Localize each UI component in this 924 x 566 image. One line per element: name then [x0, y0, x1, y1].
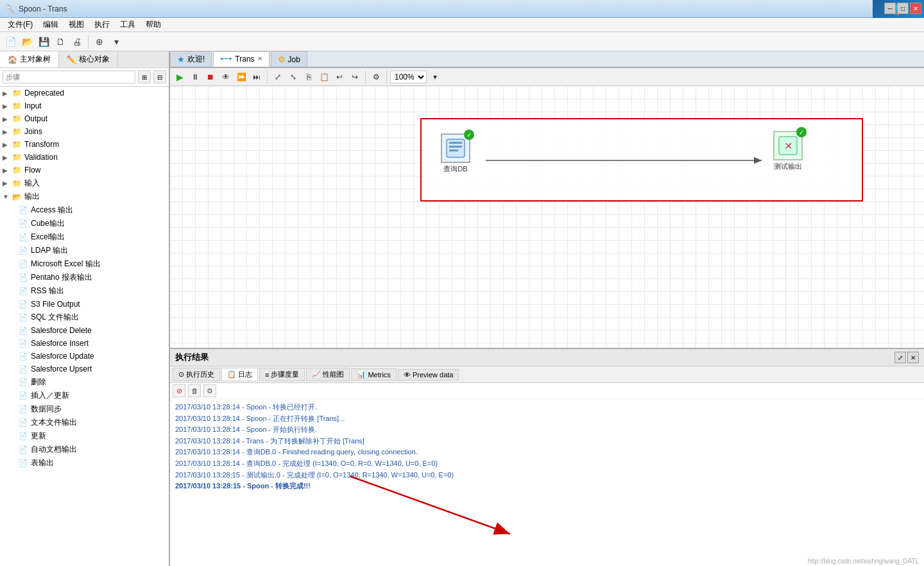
tree-item-transform[interactable]: ▶ 📁 Transform: [0, 138, 169, 151]
node-arrow: [486, 157, 768, 166]
settings-button[interactable]: ⚙: [369, 70, 383, 84]
log-settings-button[interactable]: ⚙: [203, 384, 216, 397]
tree-item-output-en[interactable]: ▶ 📁 Output: [0, 112, 169, 125]
bottom-tab-history[interactable]: ⊙ 执行历史: [173, 368, 220, 381]
log-area[interactable]: 2017/03/10 13:28:14 - Spoon - 转换已经打开. 20…: [170, 399, 924, 566]
layers-button[interactable]: ⊕: [92, 34, 107, 49]
menu-execute[interactable]: 执行: [89, 18, 115, 31]
tree-item-output-cn[interactable]: ▼ 📂 输出: [0, 190, 169, 203]
canvas-area[interactable]: ✓ 查询DB: [170, 86, 924, 348]
tree-item-excel-output[interactable]: 📄 Excel输出: [0, 230, 169, 244]
tree-item-text-output[interactable]: 📄 文本文件输出: [0, 416, 169, 429]
play-button[interactable]: ▶: [173, 70, 187, 84]
node-query-db[interactable]: ✓ 查询DB: [441, 133, 470, 174]
bottom-tab-preview[interactable]: 👁 Preview data: [398, 369, 459, 381]
tree-item-rss-output[interactable]: 📄 RSS 输出: [0, 284, 169, 298]
zoom-select[interactable]: 25% 50% 75% 100% 150% 200%: [390, 71, 427, 83]
tree-item-auto-doc[interactable]: 📄 自动文档输出: [0, 443, 169, 456]
print-button[interactable]: 🖨: [69, 34, 85, 49]
close-button[interactable]: ✕: [910, 3, 921, 14]
tree-item-data-sync[interactable]: 📄 数据同步: [0, 402, 169, 416]
layers-dropdown[interactable]: ▾: [108, 34, 124, 49]
tree-item-flow[interactable]: ▶ 📁 Flow: [0, 164, 169, 176]
menu-view[interactable]: 视图: [64, 18, 89, 31]
undo-button[interactable]: ↩: [332, 70, 346, 84]
log-line-3: 2017/03/10 13:28:14 - Trans - 为了转换解除补丁开始…: [175, 436, 919, 447]
file-icon-msexcel: 📄: [18, 259, 28, 270]
tree-item-msexcel-output[interactable]: 📄 Microsoft Excel 输出: [0, 257, 169, 271]
tree-label-validation: Validation: [24, 153, 58, 162]
copy-nodes-button[interactable]: ⎘: [302, 70, 316, 84]
tree-item-sf-upsert[interactable]: 📄 Salesforce Upsert: [0, 363, 169, 375]
bottom-tab-metrics[interactable]: 📊 Metrics: [351, 368, 396, 381]
menu-edit[interactable]: 编辑: [38, 18, 64, 31]
restore-button[interactable]: □: [897, 3, 909, 14]
bottom-tab-steps[interactable]: ≡ 步骤度量: [259, 368, 305, 381]
tab-welcome[interactable]: ★ 欢迎!: [170, 51, 212, 67]
menu-tools[interactable]: 工具: [115, 18, 141, 31]
tab-job[interactable]: ⚙ Job: [271, 51, 307, 67]
file-icon-sf-upsert: 📄: [18, 364, 28, 374]
sidebar-expand-all[interactable]: ⊞: [138, 71, 151, 83]
sidebar-search-input[interactable]: [3, 71, 135, 83]
log-stop-button[interactable]: ⊘: [173, 384, 185, 397]
tree-label-ldap: LDAP 输出: [31, 245, 68, 256]
tree-item-sql-output[interactable]: 📄 SQL 文件输出: [0, 311, 169, 324]
fast-run-button[interactable]: ⏩: [234, 70, 248, 84]
tree-item-sf-delete[interactable]: 📄 Salesforce Delete: [0, 324, 169, 337]
pause-button[interactable]: ⏸: [188, 70, 202, 84]
db-query-svg: [444, 137, 467, 160]
tree-item-deprecated[interactable]: ▶ 📁 Deprecated: [0, 87, 169, 99]
file-icon-data-sync: 📄: [18, 404, 28, 415]
sidebar-tab-main[interactable]: 🏠 主对象树: [0, 51, 59, 67]
tree-item-sf-insert[interactable]: 📄 Salesforce Insert: [0, 337, 169, 350]
tree-item-input-cn[interactable]: ▶ 📁 输入: [0, 176, 169, 190]
zoom-dropdown[interactable]: ▾: [428, 70, 442, 84]
open-button[interactable]: 📂: [19, 34, 35, 49]
tree-item-delete[interactable]: 📄 删除: [0, 375, 169, 389]
tree-item-joins[interactable]: ▶ 📁 Joins: [0, 125, 169, 138]
node-test-output[interactable]: ✕ ✓ 测试输出: [773, 131, 803, 171]
bottom-close-button[interactable]: ✕: [907, 352, 919, 363]
folder-icon-joins: 📁: [12, 126, 22, 137]
redo-button[interactable]: ↪: [348, 70, 362, 84]
bottom-tab-log[interactable]: 📋 日志: [221, 368, 258, 381]
menu-file[interactable]: 文件(F): [3, 18, 38, 31]
minimize-button[interactable]: ─: [884, 3, 896, 14]
tree-item-update[interactable]: 📄 更新: [0, 429, 169, 443]
tree-label-input: Input: [24, 101, 42, 110]
log-line-5: 2017/03/10 13:28:14 - 查询DB.0 - 完成处理 (I=1…: [175, 458, 919, 470]
welcome-icon: ★: [177, 55, 185, 64]
bottom-tab-perf[interactable]: 📈 性能图: [306, 368, 350, 381]
tree-item-access-output[interactable]: 📄 Access 输出: [0, 203, 169, 217]
tree-item-s3-output[interactable]: 📄 S3 File Output: [0, 298, 169, 311]
shrink-button[interactable]: ⤡: [286, 70, 300, 84]
bottom-tab-preview-label: Preview data: [413, 371, 454, 379]
preview-button[interactable]: 👁: [219, 70, 233, 84]
sidebar-collapse-all[interactable]: ⊟: [153, 71, 166, 83]
tree-item-cube-output[interactable]: 📄 Cube输出: [0, 217, 169, 230]
tree-label-s3: S3 File Output: [31, 300, 80, 309]
paste-nodes-button[interactable]: 📋: [317, 70, 331, 84]
tree-item-sf-update[interactable]: 📄 Salesforce Update: [0, 350, 169, 363]
tree-item-ldap-output[interactable]: 📄 LDAP 输出: [0, 244, 169, 257]
log-clear-button[interactable]: 🗑: [188, 384, 201, 397]
tree-item-table-output[interactable]: 📄 表输出: [0, 456, 169, 470]
stop-button[interactable]: ⏹: [203, 70, 218, 84]
tree-item-validation[interactable]: ▶ 📁 Validation: [0, 151, 169, 164]
transform-selection-area: ✓ 查询DB: [420, 118, 863, 202]
window-controls[interactable]: ─ □ ✕: [884, 3, 921, 14]
step-run-button[interactable]: ⏭: [250, 70, 264, 84]
tree-item-pentaho-report[interactable]: 📄 Pentaho 报表输出: [0, 271, 169, 284]
tree-item-insert-update[interactable]: 📄 插入／更新: [0, 389, 169, 402]
menu-help[interactable]: 帮助: [141, 18, 166, 31]
saveas-button[interactable]: 🗋: [53, 34, 68, 49]
sidebar-tab-core[interactable]: ✏️ 核心对象: [59, 51, 118, 67]
new-button[interactable]: 📄: [3, 34, 18, 49]
tree-item-input[interactable]: ▶ 📁 Input: [0, 99, 169, 112]
save-button[interactable]: 💾: [36, 34, 51, 49]
tab-trans-close[interactable]: ✕: [257, 55, 262, 62]
bottom-expand-button[interactable]: ⤢: [894, 352, 906, 363]
expand-button[interactable]: ⤢: [271, 70, 285, 84]
tab-trans[interactable]: ⟷ Trans ✕: [213, 51, 269, 67]
